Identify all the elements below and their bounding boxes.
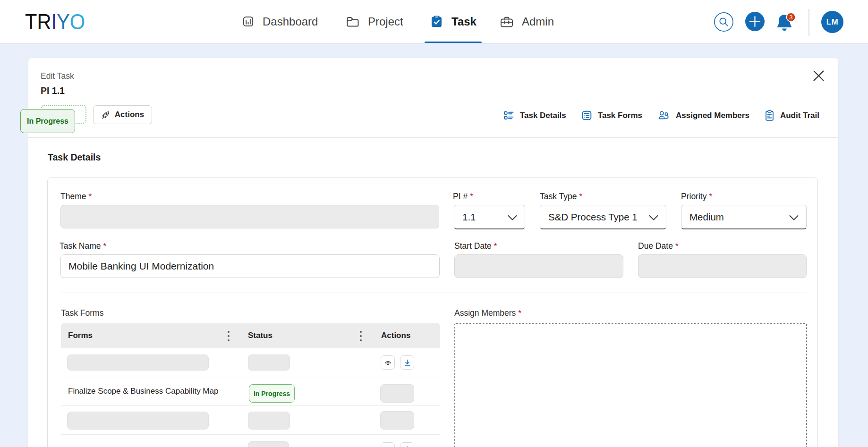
svg-text:3: 3 — [789, 14, 793, 21]
